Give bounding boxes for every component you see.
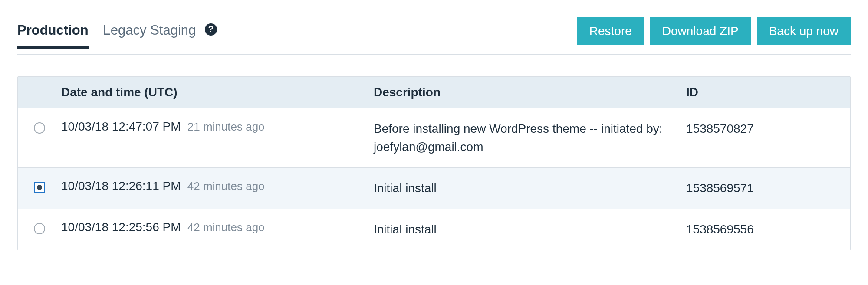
row-datetime: 10/03/18 12:47:07 PM — [61, 120, 181, 133]
row-relative-time: 42 minutes ago — [187, 221, 265, 234]
row-relative-time: 21 minutes ago — [187, 120, 265, 133]
radio-select[interactable] — [34, 182, 45, 193]
table-row[interactable]: 10/03/18 12:47:07 PM 21 minutes ago Befo… — [18, 108, 850, 167]
backup-now-button[interactable]: Back up now — [757, 17, 851, 45]
col-header-date: Date and time (UTC) — [61, 85, 374, 99]
row-datetime: 10/03/18 12:25:56 PM — [61, 220, 181, 234]
radio-select[interactable] — [34, 122, 45, 134]
download-zip-button[interactable]: Download ZIP — [650, 17, 751, 45]
row-relative-time: 42 minutes ago — [187, 180, 265, 193]
tab-production[interactable]: Production — [17, 23, 89, 49]
tab-legacy-staging[interactable]: Legacy Staging ? — [103, 23, 217, 49]
tabs: Production Legacy Staging ? — [17, 23, 217, 49]
row-description: Initial install — [374, 223, 437, 236]
table-header: Date and time (UTC) Description ID — [18, 77, 850, 108]
row-datetime: 10/03/18 12:26:11 PM — [61, 179, 181, 193]
tab-legacy-staging-label: Legacy Staging — [103, 23, 196, 38]
row-description: Initial install — [374, 181, 437, 195]
radio-select[interactable] — [34, 223, 45, 234]
row-id: 1538569556 — [686, 223, 754, 236]
row-id: 1538570827 — [686, 122, 754, 135]
help-icon[interactable]: ? — [205, 23, 217, 36]
page-header: Production Legacy Staging ? Restore Down… — [17, 17, 851, 55]
table-row[interactable]: 10/03/18 12:25:56 PM 42 minutes ago Init… — [18, 209, 850, 250]
row-description: Before installing new WordPress theme --… — [374, 122, 663, 154]
restore-button[interactable]: Restore — [577, 17, 644, 45]
actions: Restore Download ZIP Back up now — [577, 17, 851, 54]
row-id: 1538569571 — [686, 181, 754, 195]
col-header-id: ID — [686, 85, 850, 99]
table-row[interactable]: 10/03/18 12:26:11 PM 42 minutes ago Init… — [18, 167, 850, 209]
backup-table: Date and time (UTC) Description ID 10/03… — [17, 76, 851, 250]
col-header-description: Description — [374, 85, 686, 99]
